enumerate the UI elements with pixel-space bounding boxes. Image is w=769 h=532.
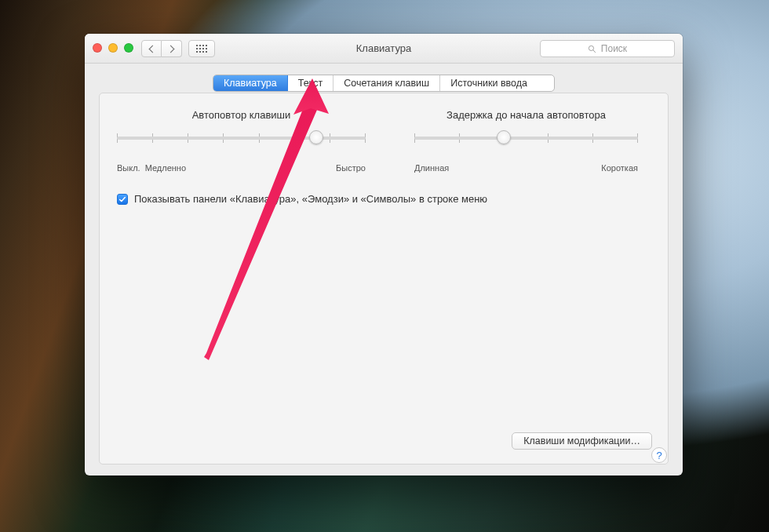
tab-input-sources[interactable]: Источники ввода xyxy=(440,75,538,91)
keyboard-preferences-window: Клавиатура Поиск Клавиатура Текст Сочета… xyxy=(85,34,683,476)
tabs: Клавиатура Текст Сочетания клавиш Источн… xyxy=(213,75,555,92)
delay-labels: Длинная Короткая xyxy=(414,163,638,173)
titlebar: Клавиатура Поиск xyxy=(85,34,683,64)
label-fast: Быстро xyxy=(336,163,366,173)
search-placeholder: Поиск xyxy=(601,43,627,54)
label-off: Выкл. xyxy=(117,163,140,173)
show-viewers-checkbox[interactable] xyxy=(117,194,128,205)
slider-track xyxy=(414,137,638,140)
content-area: Клавиатура Текст Сочетания клавиш Источн… xyxy=(85,64,683,476)
slider-track xyxy=(117,137,366,140)
keyboard-panel: Автоповтор клавиши Выкл. Медленно Бы xyxy=(99,93,669,465)
key-repeat-knob[interactable] xyxy=(309,130,323,144)
delay-knob[interactable] xyxy=(497,130,511,144)
search-field[interactable]: Поиск xyxy=(540,40,675,57)
tab-keyboard[interactable]: Клавиатура xyxy=(213,75,288,91)
label-long: Длинная xyxy=(414,163,449,173)
svg-point-0 xyxy=(589,46,593,50)
key-repeat-labels: Выкл. Медленно Быстро xyxy=(117,163,366,173)
delay-slider[interactable] xyxy=(414,129,638,163)
label-slow: Медленно xyxy=(145,163,186,173)
key-repeat-title: Автоповтор клавиши xyxy=(117,109,366,121)
search-icon xyxy=(588,45,596,53)
show-viewers-label: Показывать панели «Клавиатура», «Эмодзи»… xyxy=(134,193,487,205)
label-short: Короткая xyxy=(601,163,638,173)
tab-shortcuts[interactable]: Сочетания клавиш xyxy=(333,75,440,91)
question-icon: ? xyxy=(656,450,661,461)
modifier-keys-button[interactable]: Клавиши модификации… xyxy=(512,432,652,450)
tab-text[interactable]: Текст xyxy=(288,75,333,91)
key-repeat-slider-group: Автоповтор клавиши Выкл. Медленно Бы xyxy=(117,109,366,173)
key-repeat-slider[interactable] xyxy=(117,129,366,163)
svg-line-1 xyxy=(593,50,596,53)
delay-slider-group: Задержка до начала автоповтора Длинная К… xyxy=(402,109,651,173)
delay-title: Задержка до начала автоповтора xyxy=(402,109,651,121)
help-button[interactable]: ? xyxy=(651,447,667,463)
check-icon xyxy=(118,195,126,203)
sliders-row: Автоповтор клавиши Выкл. Медленно Бы xyxy=(117,109,651,173)
show-viewers-checkbox-row: Показывать панели «Клавиатура», «Эмодзи»… xyxy=(117,193,651,205)
